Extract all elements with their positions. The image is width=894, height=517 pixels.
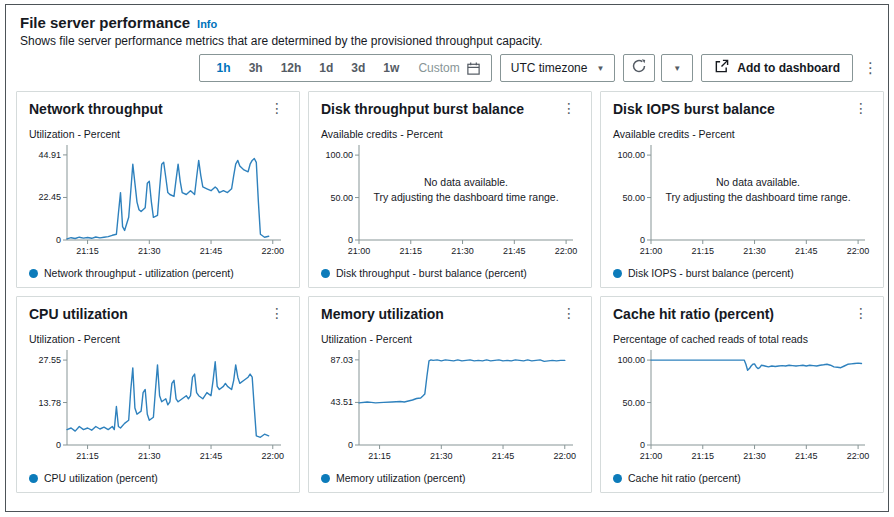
dashboard-frame: File server performance Info Shows file … xyxy=(5,4,889,512)
add-to-dashboard-button[interactable]: Add to dashboard xyxy=(701,54,853,82)
refresh-icon xyxy=(631,58,647,78)
time-range-12h[interactable]: 12h xyxy=(272,61,311,75)
svg-text:22:00: 22:00 xyxy=(847,451,870,461)
timezone-label: UTC timezone xyxy=(511,61,588,75)
y-axis-label: Utilization - Percent xyxy=(29,333,287,345)
y-axis-label: Utilization - Percent xyxy=(321,333,579,345)
panel-title: Cache hit ratio (percent) xyxy=(613,306,774,322)
svg-text:22:00: 22:00 xyxy=(847,246,870,256)
svg-text:21:45: 21:45 xyxy=(503,246,526,256)
legend-label: Network throughput - utilization (percen… xyxy=(44,267,234,279)
svg-text:No data available.: No data available. xyxy=(716,176,800,188)
panel-title: Disk IOPS burst balance xyxy=(613,101,775,117)
chevron-down-icon: ▼ xyxy=(596,64,604,73)
legend: Disk IOPS - burst balance (percent) xyxy=(613,267,871,279)
svg-text:21:45: 21:45 xyxy=(200,451,223,461)
panel-menu-icon[interactable]: ⋮ xyxy=(851,306,871,320)
svg-text:21:00: 21:00 xyxy=(640,246,663,256)
svg-text:100.00: 100.00 xyxy=(325,150,353,160)
svg-text:21:30: 21:30 xyxy=(430,451,453,461)
svg-text:22:00: 22:00 xyxy=(555,246,578,256)
legend-label: CPU utilization (percent) xyxy=(44,472,158,484)
panel-cache-hit-ratio: Cache hit ratio (percent) ⋮ Percentage o… xyxy=(600,296,884,493)
svg-text:0: 0 xyxy=(56,235,61,245)
time-range-3h[interactable]: 3h xyxy=(240,61,272,75)
svg-text:21:15: 21:15 xyxy=(692,451,715,461)
y-axis-label: Available credits - Percent xyxy=(321,128,579,140)
custom-range-button[interactable]: Custom xyxy=(408,61,465,75)
panel-menu-icon[interactable]: ⋮ xyxy=(559,101,579,115)
page-title: File server performance xyxy=(20,14,190,31)
svg-text:50.00: 50.00 xyxy=(622,398,645,408)
svg-text:0: 0 xyxy=(640,440,645,450)
svg-text:0: 0 xyxy=(348,235,353,245)
svg-text:50.00: 50.00 xyxy=(622,193,645,203)
time-range-1d[interactable]: 1d xyxy=(310,61,342,75)
svg-text:43.51: 43.51 xyxy=(330,397,353,407)
legend-label: Disk throughput - burst balance (percent… xyxy=(336,267,527,279)
legend: Cache hit ratio (percent) xyxy=(613,472,871,484)
legend-dot xyxy=(613,269,622,278)
svg-text:21:15: 21:15 xyxy=(400,246,423,256)
panel-title: Disk throughput burst balance xyxy=(321,101,524,117)
time-range-1w[interactable]: 1w xyxy=(374,61,408,75)
svg-text:22.45: 22.45 xyxy=(38,192,61,202)
legend-label: Disk IOPS - burst balance (percent) xyxy=(628,267,794,279)
svg-text:27.55: 27.55 xyxy=(38,355,61,365)
svg-text:21:30: 21:30 xyxy=(451,246,474,256)
add-to-dashboard-label: Add to dashboard xyxy=(737,61,840,75)
svg-text:100.00: 100.00 xyxy=(617,150,645,160)
legend-dot xyxy=(321,474,330,483)
panels-grid: Network throughput ⋮ Utilization - Perce… xyxy=(6,84,888,503)
panel-title: Network throughput xyxy=(29,101,163,117)
svg-text:21:45: 21:45 xyxy=(795,246,818,256)
cache-hit-ratio-chart: 050.00100.0021:0021:1521:3021:4522:00 xyxy=(613,347,871,469)
panel-disk-iops-burst: Disk IOPS burst balance ⋮ Available cred… xyxy=(600,91,884,288)
panel-menu-icon[interactable]: ⋮ xyxy=(267,101,287,115)
info-link[interactable]: Info xyxy=(197,18,217,30)
svg-text:50.00: 50.00 xyxy=(330,193,353,203)
page-subtitle: Shows file server performance metrics th… xyxy=(20,34,874,48)
overflow-menu-icon[interactable]: ⋮ xyxy=(861,59,880,77)
export-icon xyxy=(714,59,729,77)
svg-text:0: 0 xyxy=(348,440,353,450)
panel-menu-icon[interactable]: ⋮ xyxy=(851,101,871,115)
refresh-options-button[interactable]: ▼ xyxy=(661,54,693,82)
legend: Disk throughput - burst balance (percent… xyxy=(321,267,579,279)
panel-disk-throughput-burst: Disk throughput burst balance ⋮ Availabl… xyxy=(308,91,592,288)
svg-text:21:15: 21:15 xyxy=(76,246,99,256)
chevron-down-icon: ▼ xyxy=(673,64,681,73)
legend-dot xyxy=(29,474,38,483)
time-range-1h[interactable]: 1h xyxy=(208,61,240,75)
svg-text:21:00: 21:00 xyxy=(640,451,663,461)
legend-label: Memory utilization (percent) xyxy=(336,472,466,484)
svg-text:21:15: 21:15 xyxy=(368,451,391,461)
time-range-3d[interactable]: 3d xyxy=(342,61,374,75)
svg-text:No data available.: No data available. xyxy=(424,176,508,188)
svg-text:21:30: 21:30 xyxy=(743,246,766,256)
panel-title: Memory utilization xyxy=(321,306,444,322)
svg-text:Try adjusting the dashboard ti: Try adjusting the dashboard time range. xyxy=(665,191,850,203)
panel-network-throughput: Network throughput ⋮ Utilization - Perce… xyxy=(16,91,300,288)
calendar-icon xyxy=(466,61,483,76)
legend-dot xyxy=(29,269,38,278)
legend-label: Cache hit ratio (percent) xyxy=(628,472,741,484)
refresh-button[interactable] xyxy=(623,54,655,82)
disk-iops-chart: 050.00100.0021:0021:1521:3021:4522:00No … xyxy=(613,142,871,264)
panel-menu-icon[interactable]: ⋮ xyxy=(267,306,287,320)
legend-dot xyxy=(321,269,330,278)
y-axis-label: Available credits - Percent xyxy=(613,128,871,140)
legend: CPU utilization (percent) xyxy=(29,472,287,484)
cpu-utilization-chart: 013.7827.5521:1521:3021:4522:00 xyxy=(29,347,287,469)
svg-text:100.00: 100.00 xyxy=(617,355,645,365)
svg-text:21:45: 21:45 xyxy=(795,451,818,461)
legend: Memory utilization (percent) xyxy=(321,472,579,484)
svg-text:87.03: 87.03 xyxy=(330,355,353,365)
legend: Network throughput - utilization (percen… xyxy=(29,267,287,279)
panel-title: CPU utilization xyxy=(29,306,128,322)
svg-text:44.91: 44.91 xyxy=(38,150,61,160)
panel-menu-icon[interactable]: ⋮ xyxy=(559,306,579,320)
timezone-select[interactable]: UTC timezone ▼ xyxy=(500,54,616,82)
svg-text:21:15: 21:15 xyxy=(692,246,715,256)
svg-text:0: 0 xyxy=(640,235,645,245)
